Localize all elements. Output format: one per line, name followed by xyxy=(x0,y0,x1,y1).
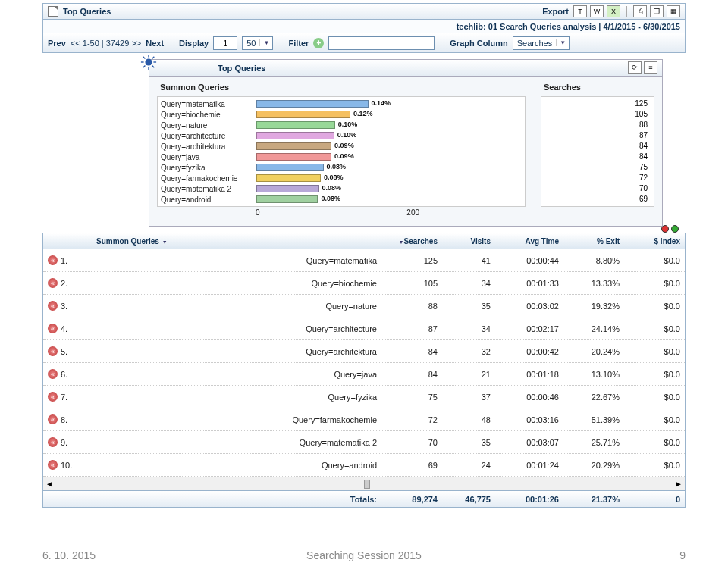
export-text-button[interactable]: T xyxy=(573,5,587,17)
collapse-icon[interactable]: « xyxy=(48,392,58,402)
table-row[interactable]: « 9. Query=matematika 2 70 35 00:03:07 2… xyxy=(43,431,685,454)
scroll-right-icon[interactable]: ► xyxy=(673,480,685,488)
col-pct-exit[interactable]: % Exit xyxy=(563,237,624,246)
chart-left-title: Summon Queries xyxy=(160,83,526,92)
svg-line-7 xyxy=(143,66,146,68)
bar-chart-area: Query=matematika 0.14% Query=biochemie 0… xyxy=(157,96,526,207)
bar-pct-label: 0.09% xyxy=(334,142,354,149)
cell-avg-time: 00:03:07 xyxy=(495,438,563,447)
col-avg-time[interactable]: Avg Time xyxy=(495,237,563,246)
cell-avg-time: 00:00:46 xyxy=(495,393,563,402)
pagesize-value: 50 xyxy=(243,39,259,48)
collapse-icon[interactable]: « xyxy=(48,301,58,311)
row-num-cell: « 7. xyxy=(43,392,81,402)
table-row[interactable]: « 2. Query=biochemie 105 34 00:01:33 13.… xyxy=(43,272,685,295)
table-row[interactable]: « 5. Query=architektura 84 32 00:00:42 2… xyxy=(43,340,685,363)
add-filter-icon[interactable]: + xyxy=(313,38,324,48)
collapse-icon[interactable]: « xyxy=(48,460,58,470)
context-subtitle: techlib: 01 Search Queries analysis | 4/… xyxy=(42,20,686,33)
svg-line-6 xyxy=(152,66,155,68)
cell-exit: 13.33% xyxy=(563,279,624,288)
svg-line-8 xyxy=(152,57,155,59)
table-row[interactable]: « 1. Query=matematika 125 41 00:00:44 8.… xyxy=(43,249,685,272)
status-dot-red[interactable] xyxy=(661,225,669,233)
pagesize-dropdown[interactable]: 50 ▼ xyxy=(242,36,273,50)
row-number: 9. xyxy=(61,438,67,447)
chart-panel: Top Queries ⟳ ≡ Summon Queries Query=mat… xyxy=(149,59,663,227)
cell-query: Query=fyzika xyxy=(81,393,381,402)
chart-right-title: Searches xyxy=(544,83,654,92)
cell-query: Query=architektura xyxy=(81,347,381,356)
bar-track: 0.08% xyxy=(256,184,525,193)
cell-index: $0.0 xyxy=(624,256,685,265)
scroll-left-icon[interactable]: ◄ xyxy=(43,480,55,488)
bar-label: Query=nature xyxy=(158,121,256,130)
export-word-button[interactable]: W xyxy=(590,5,604,17)
col-dollar-index[interactable]: $ Index xyxy=(624,237,685,246)
prev-button[interactable]: Prev xyxy=(48,39,66,48)
table-row[interactable]: « 7. Query=fyzika 75 37 00:00:46 22.67% … xyxy=(43,386,685,408)
collapse-icon[interactable]: « xyxy=(48,346,58,356)
col-searches[interactable]: ▼Searches xyxy=(381,237,442,246)
next-button[interactable]: Next xyxy=(146,39,164,48)
filter-input[interactable] xyxy=(328,36,435,50)
data-table: Summon Queries▼ ▼Searches Visits Avg Tim… xyxy=(42,233,686,508)
grid-button[interactable]: ▦ xyxy=(667,5,680,17)
bar-label: Query=architektura xyxy=(158,142,256,151)
export-excel-button[interactable]: X xyxy=(607,5,620,17)
bar-fill xyxy=(256,132,334,139)
status-dot-green[interactable] xyxy=(671,225,679,233)
bar-track: 0.08% xyxy=(256,195,525,204)
cell-searches: 125 xyxy=(381,256,442,265)
table-row[interactable]: « 3. Query=nature 88 35 00:03:02 19.32% … xyxy=(43,295,685,317)
bar-row: Query=nature 0.10% xyxy=(158,120,525,130)
cell-visits: 35 xyxy=(442,438,495,447)
row-num-cell: « 1. xyxy=(43,255,81,265)
print-button[interactable]: ⎙ xyxy=(633,5,647,17)
collapse-icon[interactable]: « xyxy=(48,255,58,265)
cell-query: Query=android xyxy=(81,461,381,470)
export-label: Export xyxy=(542,7,569,16)
bar-pct-label: 0.09% xyxy=(334,152,354,160)
graph-column-dropdown[interactable]: Searches ▼ xyxy=(513,36,570,50)
cell-index: $0.0 xyxy=(624,347,685,356)
bar-track: 0.09% xyxy=(256,152,525,161)
value-list-area: 1251058887848475727069 xyxy=(541,96,654,207)
chart-refresh-button[interactable]: ⟳ xyxy=(628,61,642,74)
col-summon-queries[interactable]: Summon Queries▼ xyxy=(81,237,381,246)
bar-row: Query=fyzika 0.08% xyxy=(158,162,525,173)
bar-track: 0.08% xyxy=(256,163,525,172)
collapse-icon[interactable]: « xyxy=(48,324,58,333)
copy-button[interactable]: ❐ xyxy=(650,5,664,17)
bar-pct-label: 0.08% xyxy=(321,195,340,202)
cell-query: Query=matematika 2 xyxy=(81,438,381,447)
svg-point-0 xyxy=(145,58,152,65)
table-row[interactable]: « 8. Query=farmakochemie 72 48 00:03:16 … xyxy=(43,408,685,431)
table-row[interactable]: « 6. Query=java 84 21 00:01:18 13.10% $0… xyxy=(43,363,685,386)
row-number: 6. xyxy=(61,370,67,379)
value-row: 84 xyxy=(541,152,654,162)
bar-fill xyxy=(256,174,321,182)
scroll-thumb[interactable] xyxy=(364,480,370,489)
display-label: Display xyxy=(179,39,209,48)
table-row[interactable]: « 4. Query=architecture 87 34 00:02:17 2… xyxy=(43,317,685,340)
collapse-icon[interactable]: « xyxy=(48,437,58,447)
cell-visits: 24 xyxy=(442,461,495,470)
col-visits[interactable]: Visits xyxy=(442,237,495,246)
bar-pct-label: 0.12% xyxy=(353,110,373,117)
table-row[interactable]: « 10. Query=android 69 24 00:01:24 20.29… xyxy=(43,454,685,477)
row-num-cell: « 10. xyxy=(43,460,81,470)
collapse-icon[interactable]: « xyxy=(48,369,58,379)
cell-index: $0.0 xyxy=(624,393,685,402)
value-row: 84 xyxy=(541,141,654,152)
cell-query: Query=matematika xyxy=(81,256,381,265)
table-body[interactable]: « 1. Query=matematika 125 41 00:00:44 8.… xyxy=(43,249,685,477)
collapse-icon[interactable]: « xyxy=(48,278,58,288)
row-num-cell: « 5. xyxy=(43,346,81,356)
bar-fill xyxy=(256,185,319,192)
horizontal-scrollbar[interactable]: ◄ ► xyxy=(43,477,685,490)
chart-list-button[interactable]: ≡ xyxy=(644,61,657,74)
collapse-icon[interactable]: « xyxy=(48,414,58,424)
page-input[interactable] xyxy=(213,36,237,50)
cell-avg-time: 00:01:18 xyxy=(495,370,563,379)
